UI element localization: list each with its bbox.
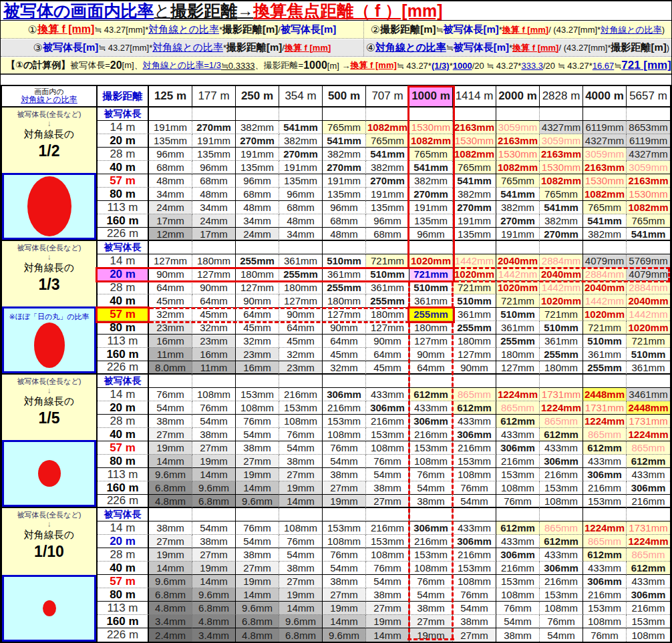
focal-cell: 306mm [583,575,627,588]
empty-cell [236,108,279,121]
focal-cell: 612mm [409,388,453,401]
focal-cell: 612mm [540,535,583,548]
focal-cell: 255mm [323,281,366,294]
focal-cell: 180mm [496,348,540,361]
subject-circle-icon [27,176,71,236]
focal-cell: 433mm [627,468,670,481]
text-segment: 被写体の画面内比率 [3,0,154,22]
focal-cell: 8653mm [627,121,670,134]
focal-cell: 24mm [236,228,279,241]
focal-cell: 27mm [236,455,279,468]
distance-header: 354 m [279,86,323,108]
focal-cell: 180mm [236,268,279,281]
focal-cell: 34mm [279,228,323,241]
focal-cell: 153mm [583,602,627,615]
focal-cell: 108mm [192,388,236,401]
focal-cell: 64mm [149,281,192,294]
sidebar-text: 被写体長(全長など)↓対角線長の1/2 [2,108,96,174]
focal-cell: 4.8mm [149,602,192,615]
row-label: 28 m [98,281,149,294]
empty-cell [583,108,627,121]
row-label: 28 m [98,548,149,562]
focal-cell: 765mm [323,121,366,134]
focal-cell: 76mm [323,548,366,562]
focal-cell: 216mm [409,535,453,548]
focal-cell: 9.6mm [236,495,279,508]
focal-cell: 54mm [409,588,453,602]
row-label: 80 m [98,588,149,602]
focal-cell: 9.6mm [279,615,323,628]
subject-length-header: 被写体長 [98,108,149,121]
focal-cell: 6.8mm [279,628,323,642]
text-segment: 20 [110,59,122,71]
focal-cell: 612mm [583,441,627,455]
focal-cell: 306mm [409,521,453,535]
focal-cell: 216mm [323,401,366,415]
distance-header: 707 m [366,86,409,108]
focal-cell: 191mm [149,121,192,134]
empty-cell [366,241,409,254]
focal-cell: 153mm [409,548,453,562]
row-label: 20 m [98,401,149,415]
focal-cell: 270mm [496,214,540,228]
row-label: 20 m [98,535,149,548]
corner-ratio-link: 対角線との比率 [21,95,77,104]
focal-cell: 45mm [236,321,279,335]
focal-cell: 23mm [236,348,279,361]
focal-cell: 433mm [366,388,409,401]
row-label: 80 m [98,188,149,201]
focal-cell: 765mm [496,174,540,188]
focal-cell: 191mm [279,161,323,174]
focal-cell: 541mm [453,174,496,188]
focal-cell: 180mm [540,361,583,375]
focal-cell: 510mm [496,308,540,321]
table-corner-header: 画面内の対角線との比率 [2,86,98,108]
focal-cell: 2163mm [627,174,670,188]
focal-cell: 76mm [323,441,366,455]
focal-cell: 68mm [279,201,323,214]
focal-cell: 14mm [236,588,279,602]
text-segment: 【①の計算例】 [6,59,70,71]
focal-cell: 541mm [583,214,627,228]
focal-cell: 270mm [409,188,453,201]
text-segment: 被写体長[m] [443,23,498,36]
focal-cell: 153mm [496,575,540,588]
focal-cell: 14mm [279,495,323,508]
focal-cell: 64mm [236,308,279,321]
focal-cell: 38mm [192,428,236,441]
focal-cell: 4.8mm [192,615,236,628]
text-segment: ① [28,23,37,36]
focal-cell: 1224mm [627,535,670,548]
focal-cell: 17mm [149,214,192,228]
focal-cell: 541mm [540,201,583,214]
row-label: 160 m [98,481,149,495]
focal-cell: 12mm [149,228,192,241]
focal-cell: 108mm [453,468,496,481]
focal-cell: 135mm [279,174,323,188]
empty-cell [540,375,583,388]
focal-cell: 27mm [236,562,279,575]
focal-cell: 153mm [279,401,323,415]
focal-cell: 14mm [236,481,279,495]
focal-cell: 216mm [409,428,453,441]
text-segment: 撮影距離[m] [226,41,282,54]
text-segment: ≒ [446,43,454,53]
focal-cell: 1082mm [453,148,496,161]
focal-cell: 3059mm [540,134,583,148]
focal-cell: 382mm [366,161,409,174]
focal-cell: 721mm [627,335,670,348]
focal-cell: 216mm [627,602,670,615]
focal-cell: 34mm [192,201,236,214]
focal-cell: 306mm [627,481,670,495]
focal-cell: 38mm [192,535,236,548]
focal-cell: 135mm [453,228,496,241]
focal-cell: 1731mm [627,415,670,428]
focal-cell: 216mm [496,562,540,575]
focal-cell: 1731mm [583,401,627,415]
empty-cell [149,508,192,521]
focal-cell: 68mm [192,174,236,188]
focal-cell: 255mm [540,348,583,361]
empty-cell [583,508,627,521]
focal-cell: 76mm [279,428,323,441]
subject-circle-icon [38,460,61,487]
